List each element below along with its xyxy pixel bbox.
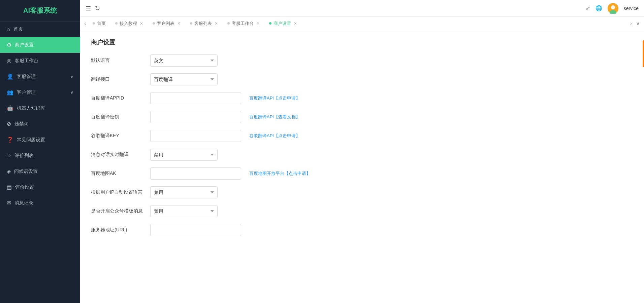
google-key-input[interactable] [150,130,241,142]
baidu-secret-link[interactable]: 百度翻译API【查看文档】 [249,114,300,120]
form-row-server-url: 服务器地址(URL) [91,224,633,236]
sidebar-item-greeting-settings[interactable]: ◈ 问候语设置 [0,163,80,179]
tabs-expand-button[interactable]: ∨ [635,20,641,27]
tab-client-list[interactable]: 客户列表 ✕ [149,19,185,28]
refresh-icon[interactable]: ↻ [95,5,100,12]
baidu-appid-label: 百度翻译APPID [91,95,145,101]
baidu-secret-input[interactable] [150,111,241,123]
sidebar-item-customer-management[interactable]: 👤 客服管理 ∨ [0,69,80,84]
sidebar-item-label: 常见问题设置 [17,137,45,143]
sidebar-item-customer-workbench[interactable]: ◎ 客服工作台 [0,53,80,69]
form-row-wechat-template: 是否开启公众号模板消息 禁用 启用 [91,205,633,217]
sidebar-item-sensitive-words[interactable]: ⊘ 违禁词 [0,116,80,132]
baidu-map-ak-link[interactable]: 百度地图开放平台【点击申请】 [249,171,311,177]
fullscreen-icon[interactable]: ⤢ [586,5,590,11]
realtime-translation-select[interactable]: 禁用 启用 [150,149,218,161]
workbench-icon: ◎ [7,58,11,64]
rating-icon: ☆ [7,152,11,159]
default-language-label: 默认语言 [91,58,145,64]
sidebar-item-label: 机器人知识库 [17,105,45,111]
page-content: 商户设置 默认语言 英文 中文 日文 韩文 翻译接口 百度翻译 谷歌翻译 有道翻… [80,30,644,303]
sidebar-item-robot-knowledge[interactable]: 🤖 机器人知识库 [0,100,80,116]
tab-label: 商户设置 [273,21,291,27]
greeting-icon: ◈ [7,168,11,175]
globe-icon[interactable]: 🌐 [595,5,602,11]
auto-set-language-label: 根据用户IP自动设置语言 [91,189,145,195]
clients-icon: 👥 [7,89,13,96]
form-row-baidu-map-ak: 百度地图AK 百度地图开放平台【点击申请】 [91,167,633,180]
tab-close-button[interactable]: ✕ [256,21,260,26]
google-key-link[interactable]: 谷歌翻译API【点击申请】 [249,133,300,139]
tab-label: 客户列表 [157,21,174,27]
tab-dot [227,22,230,25]
form-row-realtime-translation: 消息对话实时翻译 禁用 启用 [91,149,633,161]
tab-label: 首页 [97,21,106,27]
form-row-default-language: 默认语言 英文 中文 日文 韩文 [91,54,633,67]
translation-interface-select[interactable]: 百度翻译 谷歌翻译 有道翻译 [150,73,218,85]
sidebar-item-label: 首页 [13,26,23,32]
form-row-translation-interface: 翻译接口 百度翻译 谷歌翻译 有道翻译 [91,73,633,85]
header: ☰ ↻ ⤢ 🌐 service [80,0,644,17]
tab-close-button[interactable]: ✕ [294,21,297,26]
sidebar-item-rating-settings[interactable]: ▤ 评价设置 [0,179,80,195]
tab-label: 客服列表 [194,21,212,27]
sidebar-item-label: 客服管理 [17,74,36,80]
auto-set-language-control: 禁用 启用 [150,186,224,198]
tab-agent-workbench[interactable]: 客服工作台 ✕ [223,19,264,28]
baidu-appid-link[interactable]: 百度翻译API【点击申请】 [249,95,300,101]
sidebar-item-label: 客户管理 [17,89,36,96]
tabs-prev-button[interactable]: ‹ [83,21,87,27]
sidebar-item-rating-list[interactable]: ☆ 评价列表 [0,148,80,163]
menu-toggle-icon[interactable]: ☰ [86,5,91,12]
google-key-label: 谷歌翻译KEY [91,133,145,139]
default-language-control: 英文 中文 日文 韩文 [150,54,224,67]
realtime-translation-label: 消息对话实时翻译 [91,152,145,158]
avatar[interactable] [608,3,618,14]
tab-label: 接入教程 [120,21,137,27]
sidebar-item-merchant-settings[interactable]: ⚙ 商户设置 [0,37,80,53]
wechat-template-label: 是否开启公众号模板消息 [91,208,145,214]
tab-dot [269,22,271,25]
tab-agent-list[interactable]: 客服列表 ✕ [186,19,222,28]
default-language-select[interactable]: 英文 中文 日文 韩文 [150,54,218,67]
auto-set-language-select[interactable]: 禁用 启用 [150,186,218,198]
baidu-map-ak-input[interactable] [150,167,241,180]
sidebar-item-label: 商户设置 [15,42,34,48]
username-label: service [624,6,639,11]
translation-interface-label: 翻译接口 [91,76,145,82]
realtime-translation-control: 禁用 启用 [150,149,224,161]
tab-access-tutorial[interactable]: 接入教程 ✕ [111,19,147,28]
tab-dot [93,22,95,25]
sidebar-item-message-logs[interactable]: ✉ 消息记录 [0,195,80,211]
sidebar: AI客服系统 ⌂ 首页 ⚙ 商户设置 ◎ 客服工作台 👤 客服管理 ∨ 👥 客户… [0,0,80,303]
sidebar-item-label: 客服工作台 [15,58,38,64]
robot-icon: 🤖 [7,105,13,111]
sidebar-item-faq-settings[interactable]: ❓ 常见问题设置 [0,132,80,148]
main-content: ☰ ↻ ⤢ 🌐 service ‹ 首页 接入教程 ✕ [80,0,644,303]
tab-close-button[interactable]: ✕ [140,21,143,26]
tab-dot [115,22,118,25]
tab-home[interactable]: 首页 [89,19,110,28]
server-url-input[interactable] [150,224,241,236]
sidebar-item-client-management[interactable]: 👥 客户管理 ∨ [0,84,80,100]
form-row-auto-set-language: 根据用户IP自动设置语言 禁用 启用 [91,186,633,198]
agent-icon: 👤 [7,73,13,80]
baidu-appid-input[interactable] [150,92,241,104]
header-right: ⤢ 🌐 service [586,3,639,14]
tab-merchant-settings[interactable]: 商户设置 ✕ [265,19,301,28]
page-title: 商户设置 [91,38,633,46]
sidebar-item-label: 消息记录 [14,200,33,206]
wechat-template-select[interactable]: 禁用 启用 [150,205,218,217]
form-row-google-key: 谷歌翻译KEY 谷歌翻译API【点击申请】 [91,130,633,142]
sidebar-item-home[interactable]: ⌂ 首页 [0,22,80,37]
sidebar-item-label: 评价设置 [15,184,34,190]
tab-close-button[interactable]: ✕ [215,21,218,26]
faq-icon: ❓ [7,137,13,143]
tab-close-button[interactable]: ✕ [177,21,181,26]
gear-icon: ⚙ [7,42,11,48]
chevron-down-icon: ∨ [70,90,73,95]
tabs-next-button[interactable]: › [629,21,633,27]
sidebar-item-label: 评价列表 [15,153,34,159]
server-url-label: 服务器地址(URL) [91,227,145,233]
tab-dot [153,22,155,25]
